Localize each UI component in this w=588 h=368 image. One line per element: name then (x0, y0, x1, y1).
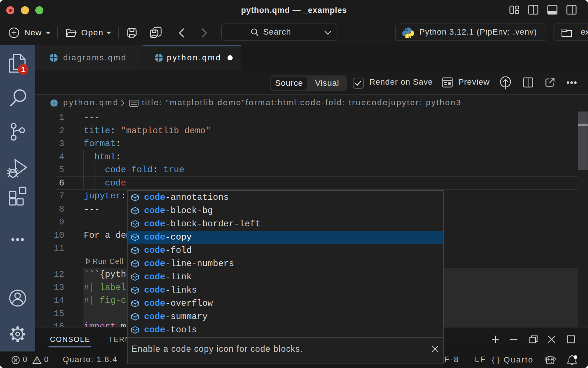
svg-text:1: 1 (21, 65, 25, 74)
